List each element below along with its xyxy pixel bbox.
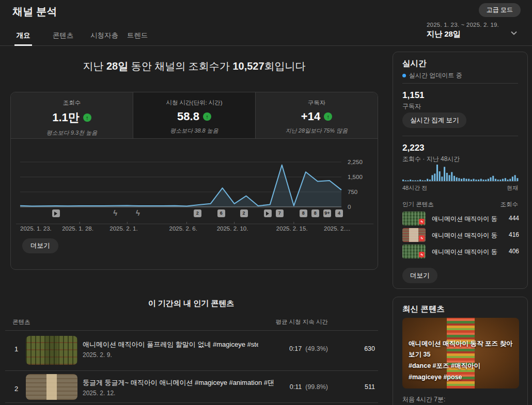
metric-views[interactable]: 조회수 1.1만↑ 평소보다 9.3천 높음	[11, 92, 133, 138]
y-tick-label: 2,250	[348, 159, 373, 165]
content-count-marker[interactable]: 6	[217, 209, 225, 217]
content-count-marker[interactable]: 2	[194, 209, 201, 217]
list-item[interactable]: ϟ 애니메이션 매직아이 동작 포즈... 406	[402, 244, 519, 261]
tab-content[interactable]: 콘텐츠	[52, 29, 74, 45]
page-title: 채널 분석	[12, 5, 57, 19]
bar-chart-baseline	[402, 181, 518, 182]
trend-up-icon: ↑	[83, 114, 91, 122]
views-count: 444	[509, 215, 519, 222]
shorts-badge-icon: ϟ	[419, 219, 425, 224]
latest-content-card: 최신 콘텐츠 애니메이션 매직아이 동작 포즈 찾아보기 35 #dance #…	[393, 297, 528, 405]
content-count-marker[interactable]: 4	[335, 209, 343, 217]
divider	[402, 83, 518, 84]
subscriber-count: 1,151	[402, 90, 518, 101]
row-rank: 1	[14, 345, 18, 353]
y-tick-label: 750	[348, 189, 373, 195]
shorts-marker-icon[interactable]: ϟ	[134, 209, 142, 217]
top-content-title: 이 기간의 내 인기 콘텐츠	[0, 299, 382, 309]
tab-bar: 개요 콘텐츠 시청자층 트렌드	[0, 29, 532, 46]
divider	[5, 402, 378, 403]
video-marker-icon[interactable]	[264, 209, 272, 217]
views-48h-label: 조회수 · 지난 48시간	[402, 155, 518, 164]
views-count: 511	[339, 383, 375, 391]
shorts-badge-icon: ϟ	[419, 252, 425, 257]
shorts-badge-icon: ϟ	[419, 235, 425, 241]
divider	[402, 136, 518, 136]
content-count-marker[interactable]: 7	[276, 209, 284, 217]
views-48h-bar-chart[interactable]	[402, 164, 519, 181]
table-row[interactable]: 2 둥글게 둥글게~ 매직아이 애니메이션 #magiceye #animati…	[0, 371, 382, 405]
video-date: 2025. 2. 9.	[83, 351, 112, 359]
popular-content-header: 인기 콘텐츠조회수	[402, 201, 518, 208]
video-title: 애니메이션 매직아이 동작 포즈...	[432, 231, 498, 240]
tab-overview[interactable]: 개요	[14, 29, 32, 45]
list-item[interactable]: ϟ 애니메이션 매직아이 동작 포즈... 444	[402, 211, 519, 228]
realtime-more-button[interactable]: 더보기	[402, 268, 437, 283]
views-48h-count: 2,223	[402, 143, 518, 153]
content-count-marker[interactable]: 8	[300, 209, 307, 217]
latest-content-title: 최신 콘텐츠	[402, 304, 518, 315]
x-tick-label: 2025. 2. 15.	[276, 225, 308, 232]
realtime-title: 실시간	[402, 58, 518, 69]
y-tick-label: 0	[348, 204, 373, 210]
latest-caption: 처음 4시간 7분:	[402, 395, 518, 404]
views-count: 416	[509, 231, 519, 238]
tab-trends[interactable]: 트렌드	[126, 29, 149, 45]
y-tick-label: 1,500	[348, 174, 373, 180]
video-title: 애니메이션 매직아이 동작 포즈...	[432, 215, 498, 223]
bar-chart-axis: 48시간 전현재	[402, 184, 518, 192]
avg-view-duration: 0:11 (99.8%)	[266, 383, 328, 391]
video-date: 2025. 2. 12.	[83, 390, 115, 397]
channel-analytics-page: 채널 분석 고급 모드 2025. 1. 23. ~ 2025. 2. 19. …	[0, 0, 532, 405]
video-thumbnail[interactable]	[26, 336, 77, 365]
video-marker-icon[interactable]	[52, 209, 60, 217]
metric-subscribers[interactable]: 구독자 +14↑ 지난 28일보다 75% 많음	[256, 92, 378, 138]
advanced-mode-button[interactable]: 고급 모드	[479, 3, 521, 17]
analytics-card: 조회수 1.1만↑ 평소보다 9.3천 높음 시청 시간(단위: 시간) 58.…	[10, 92, 378, 270]
avg-view-duration: 0:17 (49.3%)	[266, 345, 328, 352]
content-count-marker[interactable]: 9+	[323, 209, 331, 217]
shorts-marker-icon[interactable]: ϟ	[112, 209, 119, 217]
divider	[5, 330, 378, 331]
video-thumbnail: ϟ	[402, 245, 426, 258]
x-tick-label: 2025. 2. 1.	[109, 225, 137, 232]
live-status: 실시간 업데이트 중	[402, 71, 518, 80]
x-tick-label: 2025. 2....	[324, 225, 350, 232]
x-tick-label: 2025. 1. 23.	[20, 225, 52, 232]
tab-audience[interactable]: 시청자층	[90, 29, 119, 45]
latest-video-title: 애니메이션 매직아이 동작 포즈 찾아보기 35 #dance #포즈 #매직아…	[409, 338, 515, 384]
divider	[5, 370, 378, 371]
metric-watch-time[interactable]: 시청 시간(단위: 시간) 58.8↑ 평소보다 38.8 높음	[133, 92, 256, 138]
views-count: 406	[509, 248, 519, 255]
row-rank: 2	[14, 385, 18, 393]
video-thumbnail: ϟ	[402, 228, 426, 242]
see-live-count-button[interactable]: 실시간 집계 보기	[402, 112, 466, 128]
chart-more-button[interactable]: 더보기	[22, 238, 58, 253]
date-range-text: 2025. 1. 23. ~ 2025. 2. 19.	[427, 22, 521, 28]
content-count-marker[interactable]: 2	[240, 209, 248, 217]
content-count-marker[interactable]: 8	[311, 209, 319, 217]
summary-headline: 지난 28일 동안 채널의 조회수가 10,527회입니다	[10, 59, 378, 73]
column-header-content[interactable]: 콘텐츠	[12, 318, 30, 326]
video-thumbnail[interactable]	[26, 374, 77, 400]
trend-up-icon: ↑	[203, 112, 211, 121]
video-title[interactable]: 애니메이션 매직아이 풀프레임 할말이 없네 #magiceye #stereo…	[83, 340, 258, 349]
x-tick-label: 2025. 1. 28.	[62, 225, 93, 232]
views-count: 630	[339, 345, 375, 352]
x-tick-label: 2025. 2. 10.	[217, 225, 248, 232]
trend-up-icon: ↑	[324, 112, 332, 121]
x-tick-label: 2025. 2. 6.	[169, 225, 197, 232]
subscriber-label: 구독자	[402, 102, 518, 111]
video-thumbnail: ϟ	[402, 212, 426, 225]
table-row[interactable]: 1 애니메이션 매직아이 풀프레임 할말이 없네 #magiceye #ster…	[0, 332, 382, 369]
video-title[interactable]: 둥글게 둥글게~ 매직아이 애니메이션 #magiceye #animation…	[83, 378, 274, 387]
realtime-card: 실시간 실시간 업데이트 중 1,151 구독자 실시간 집계 보기 2,223…	[393, 52, 528, 289]
metric-strip: 조회수 1.1만↑ 평소보다 9.3천 높음 시청 시간(단위: 시간) 58.…	[11, 92, 378, 139]
column-header-duration[interactable]: 평균 시청 지속 시간	[266, 318, 328, 326]
list-item[interactable]: ϟ 애니메이션 매직아이 동작 포즈... 416	[402, 228, 519, 244]
video-title: 애니메이션 매직아이 동작 포즈...	[432, 248, 498, 256]
latest-video-thumbnail[interactable]: 애니메이션 매직아이 동작 포즈 찾아보기 35 #dance #포즈 #매직아…	[402, 318, 519, 388]
live-dot-icon	[402, 74, 406, 77]
